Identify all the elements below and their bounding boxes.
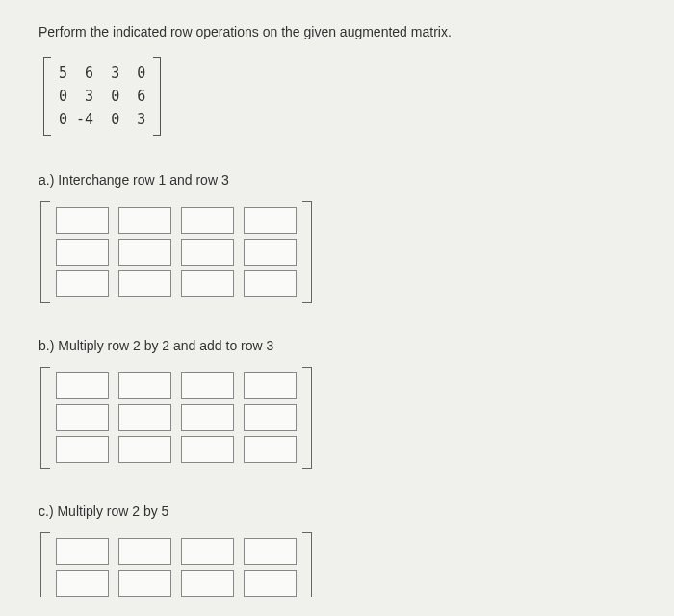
matrix-cell-input[interactable] xyxy=(181,404,234,431)
matrix-cell-input[interactable] xyxy=(118,239,171,266)
matrix-cell-input[interactable] xyxy=(118,372,171,399)
matrix-cell-input[interactable] xyxy=(244,570,297,597)
matrix-cell-input[interactable] xyxy=(244,436,297,463)
input-grid-a xyxy=(50,201,302,303)
input-row xyxy=(56,404,297,431)
part-c-label: c.) Multiply row 2 by 5 xyxy=(39,503,635,519)
part-a-matrix xyxy=(40,201,312,303)
matrix-cell-input[interactable] xyxy=(244,372,297,399)
matrix-cell-input[interactable] xyxy=(118,270,171,297)
matrix-row-3: 0 -4 0 3 xyxy=(59,108,145,131)
bracket-right xyxy=(153,57,161,136)
matrix-cell-input[interactable] xyxy=(118,538,171,565)
bracket-right xyxy=(302,532,312,597)
matrix-cell-input[interactable] xyxy=(118,436,171,463)
matrix-cell-input[interactable] xyxy=(118,207,171,234)
matrix-cell-input[interactable] xyxy=(56,404,109,431)
matrix-cell-input[interactable] xyxy=(181,270,234,297)
matrix-cell-input[interactable] xyxy=(244,270,297,297)
part-a-label: a.) Interchange row 1 and row 3 xyxy=(39,172,635,188)
part-c-matrix xyxy=(40,532,312,597)
matrix-cell-input[interactable] xyxy=(244,239,297,266)
input-row xyxy=(56,207,297,234)
matrix-cell-input[interactable] xyxy=(244,207,297,234)
matrix-row-1: 5 6 3 0 xyxy=(59,62,145,85)
matrix-cell-input[interactable] xyxy=(244,538,297,565)
matrix-cell-input[interactable] xyxy=(56,538,109,565)
bracket-left xyxy=(43,57,51,136)
matrix-cell-input[interactable] xyxy=(118,404,171,431)
input-row xyxy=(56,270,297,297)
bracket-left xyxy=(40,532,50,597)
matrix-cell-input[interactable] xyxy=(56,372,109,399)
input-row xyxy=(56,570,297,597)
matrix-cell-input[interactable] xyxy=(181,372,234,399)
bracket-left xyxy=(40,367,50,469)
matrix-cell-input[interactable] xyxy=(56,270,109,297)
input-grid-c xyxy=(50,532,302,597)
matrix-cell-input[interactable] xyxy=(181,239,234,266)
bracket-left xyxy=(40,201,50,303)
matrix-cell-input[interactable] xyxy=(56,436,109,463)
input-row xyxy=(56,372,297,399)
matrix-cell-input[interactable] xyxy=(181,207,234,234)
matrix-cell-input[interactable] xyxy=(244,404,297,431)
given-matrix: 5 6 3 0 0 3 0 6 0 -4 0 3 xyxy=(43,57,161,136)
input-row xyxy=(56,436,297,463)
part-b-matrix xyxy=(40,367,312,469)
matrix-cell-input[interactable] xyxy=(181,538,234,565)
matrix-cell-input[interactable] xyxy=(181,436,234,463)
matrix-cell-input[interactable] xyxy=(56,239,109,266)
bracket-right xyxy=(302,201,312,303)
problem-instruction: Perform the indicated row operations on … xyxy=(39,24,635,39)
matrix-cell-input[interactable] xyxy=(56,570,109,597)
part-b-label: b.) Multiply row 2 by 2 and add to row 3 xyxy=(39,338,635,353)
input-row xyxy=(56,239,297,266)
bracket-right xyxy=(302,367,312,469)
matrix-row-2: 0 3 0 6 xyxy=(59,85,145,108)
input-row xyxy=(56,538,297,565)
matrix-cell-input[interactable] xyxy=(56,207,109,234)
matrix-cell-input[interactable] xyxy=(181,570,234,597)
matrix-values: 5 6 3 0 0 3 0 6 0 -4 0 3 xyxy=(51,57,153,136)
input-grid-b xyxy=(50,367,302,469)
matrix-cell-input[interactable] xyxy=(118,570,171,597)
